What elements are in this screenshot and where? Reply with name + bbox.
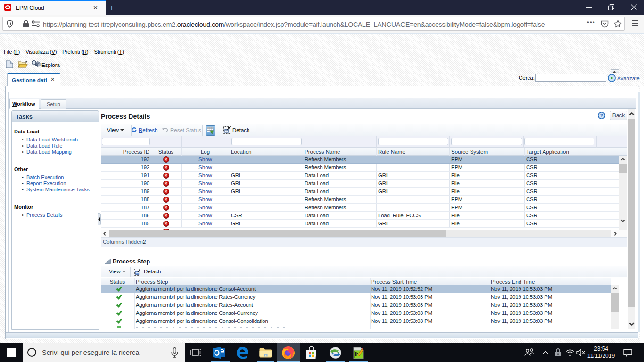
svg-text:?: ? (600, 113, 603, 118)
